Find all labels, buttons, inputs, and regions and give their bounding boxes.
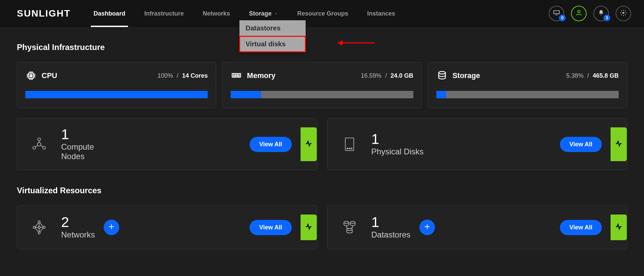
resource-count: 2 bbox=[61, 215, 95, 229]
card-physical-disks: 1 Physical Disks View All bbox=[327, 118, 627, 170]
progress-bar bbox=[436, 91, 619, 98]
svg-point-14 bbox=[349, 148, 350, 149]
cpu-icon bbox=[25, 70, 37, 81]
svg-point-18 bbox=[38, 221, 40, 223]
stat-value: 465.8 GB bbox=[593, 72, 619, 79]
svg-point-13 bbox=[347, 148, 348, 149]
progress-bar bbox=[231, 91, 413, 98]
user-button[interactable] bbox=[571, 6, 587, 21]
svg-point-0 bbox=[577, 10, 580, 13]
card-datastores: 1 Datastores View All bbox=[327, 205, 627, 249]
nav-label: Storage bbox=[249, 10, 272, 17]
svg-point-7 bbox=[439, 72, 445, 74]
nav-resource-groups[interactable]: Resource Groups bbox=[288, 0, 358, 27]
view-all-button[interactable]: View All bbox=[560, 137, 602, 152]
nav-infrastructure[interactable]: Infrastructure bbox=[135, 0, 193, 27]
resource-label: Networks bbox=[61, 230, 95, 240]
stat-percent: 16.59% bbox=[361, 72, 382, 79]
memory-icon bbox=[231, 70, 242, 81]
resource-label: Physical Disks bbox=[371, 147, 424, 156]
svg-point-20 bbox=[38, 226, 40, 228]
stats-row: CPU 100% / 14 Cores Memory 16.59% bbox=[17, 62, 627, 108]
nav-label: Resource Groups bbox=[297, 10, 348, 17]
networks-icon bbox=[27, 219, 51, 236]
nav-label: Instances bbox=[367, 10, 395, 17]
stat-card-cpu: CPU 100% / 14 Cores bbox=[17, 62, 216, 108]
stat-percent: 100% bbox=[157, 72, 173, 79]
view-all-button[interactable]: View All bbox=[560, 220, 602, 235]
virtual-resources-row: 2 Networks View All 1 Datastores View Al bbox=[17, 205, 627, 249]
svg-point-11 bbox=[37, 143, 41, 146]
plus-icon bbox=[423, 223, 431, 232]
status-indicator[interactable] bbox=[301, 127, 317, 161]
resource-label: Datastores bbox=[371, 230, 411, 240]
nav-networks[interactable]: Networks bbox=[193, 0, 239, 27]
chevron-down-icon bbox=[274, 10, 278, 17]
svg-point-19 bbox=[38, 232, 40, 234]
storage-icon bbox=[436, 70, 448, 81]
monitor-badge: 0 bbox=[559, 15, 566, 21]
add-datastore-button[interactable] bbox=[419, 220, 435, 235]
view-all-button[interactable]: View All bbox=[250, 220, 291, 235]
stat-card-storage: Storage 5.38% / 465.8 GB bbox=[428, 62, 627, 108]
gear-icon bbox=[620, 9, 627, 18]
top-bar: SUNLIGHT Dashboard Infrastructure Networ… bbox=[0, 0, 644, 27]
settings-button[interactable] bbox=[616, 6, 631, 21]
progress-fill bbox=[25, 91, 208, 98]
nav-dashboard[interactable]: Dashboard bbox=[84, 0, 135, 27]
nav-label: Dashboard bbox=[94, 10, 125, 17]
topbar-actions: 0 3 bbox=[549, 6, 637, 21]
resource-count: 1 bbox=[371, 215, 411, 229]
separator: / bbox=[385, 72, 387, 79]
section-title-physical: Physical Infrastructure bbox=[17, 43, 627, 52]
datastores-icon bbox=[338, 219, 361, 236]
progress-bar bbox=[25, 91, 208, 98]
stat-percent: 5.38% bbox=[566, 72, 584, 79]
svg-point-8 bbox=[38, 138, 41, 141]
svg-point-23 bbox=[346, 228, 352, 230]
nav-storage[interactable]: Storage Datastores Virtual disks bbox=[239, 0, 288, 27]
bell-badge: 3 bbox=[603, 15, 610, 21]
plus-icon bbox=[108, 223, 115, 232]
card-compute-nodes: 1 Compute Nodes View All bbox=[17, 118, 317, 170]
compute-nodes-icon bbox=[27, 136, 51, 153]
progress-fill bbox=[231, 91, 261, 98]
status-indicator[interactable] bbox=[611, 127, 627, 161]
dropdown-label: Virtual disks bbox=[246, 40, 286, 48]
svg-point-22 bbox=[350, 221, 355, 223]
svg-point-15 bbox=[351, 148, 352, 149]
stat-value: 14 Cores bbox=[182, 72, 208, 79]
separator: / bbox=[587, 72, 589, 79]
section-title-virtual: Virtualized Resources bbox=[17, 186, 627, 195]
stat-title: Memory bbox=[247, 71, 275, 80]
separator: / bbox=[177, 72, 178, 79]
physical-disks-icon bbox=[338, 136, 361, 153]
status-indicator[interactable] bbox=[301, 215, 317, 240]
status-indicator[interactable] bbox=[611, 215, 627, 240]
card-networks: 2 Networks View All bbox=[17, 205, 317, 249]
resource-count: 1 bbox=[61, 127, 119, 142]
svg-point-16 bbox=[33, 226, 35, 228]
user-icon bbox=[575, 9, 583, 18]
stat-value: 24.0 GB bbox=[391, 72, 413, 79]
nav-instances[interactable]: Instances bbox=[358, 0, 405, 27]
stat-title: CPU bbox=[42, 71, 57, 80]
page-body: Physical Infrastructure CPU 100% / 14 Co… bbox=[0, 27, 644, 259]
add-network-button[interactable] bbox=[104, 220, 119, 235]
main-nav: Dashboard Infrastructure Networks Storag… bbox=[84, 0, 405, 27]
resource-label: Compute Nodes bbox=[61, 142, 119, 161]
stat-title: Storage bbox=[453, 71, 480, 80]
svg-point-17 bbox=[43, 226, 45, 228]
activity-icon bbox=[615, 140, 622, 149]
dropdown-virtual-disks[interactable]: Virtual disks bbox=[239, 36, 306, 52]
monitor-button[interactable]: 0 bbox=[549, 6, 564, 21]
activity-icon bbox=[305, 140, 312, 149]
physical-resources-row: 1 Compute Nodes View All 1 Physical Disk… bbox=[17, 118, 627, 170]
progress-fill bbox=[436, 91, 446, 98]
notifications-button[interactable]: 3 bbox=[593, 6, 609, 21]
view-all-button[interactable]: View All bbox=[250, 137, 291, 152]
svg-point-1 bbox=[622, 12, 624, 14]
stat-card-memory: Memory 16.59% / 24.0 GB bbox=[222, 62, 421, 108]
brand-logo: SUNLIGHT bbox=[17, 8, 71, 19]
dropdown-label: Datastores bbox=[246, 24, 280, 32]
